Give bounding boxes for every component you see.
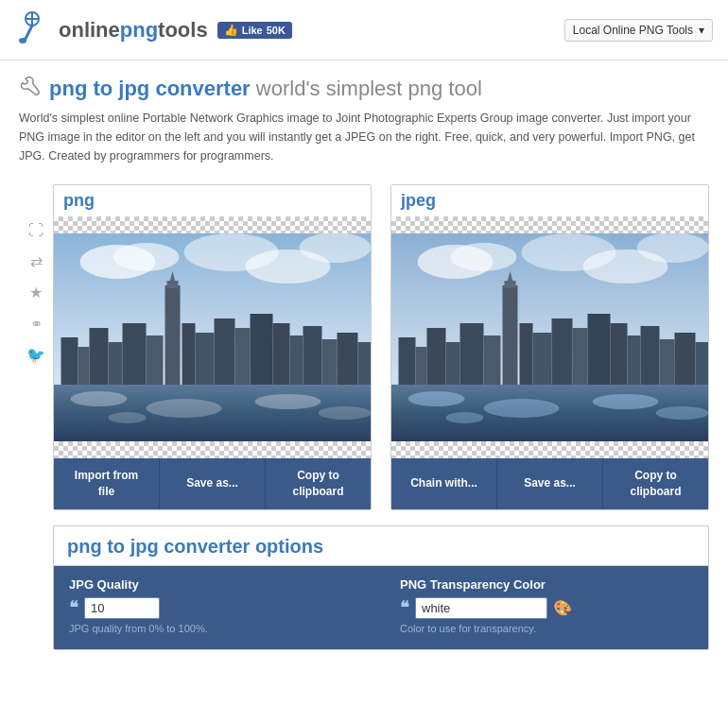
like-label: Like — [242, 25, 263, 36]
svg-rect-52 — [520, 323, 533, 385]
import-file-button[interactable]: Import fromfile — [54, 458, 160, 509]
hero-section: png to jpg converter world's simplest pn… — [0, 60, 728, 175]
chain-with-button[interactable]: Chain with... — [391, 458, 497, 509]
svg-point-64 — [408, 391, 465, 406]
svg-line-3 — [25, 26, 32, 41]
png-transparency-input-row: ❝ 🎨 — [400, 597, 693, 619]
fullscreen-icon[interactable]: ⛶ — [28, 222, 43, 239]
svg-rect-29 — [338, 333, 358, 385]
options-body: JPG Quality ❝ JPG quality from 0% to 100… — [54, 566, 708, 649]
svg-rect-49 — [503, 285, 518, 385]
svg-rect-20 — [182, 323, 196, 385]
svg-rect-56 — [588, 314, 611, 385]
png-panel-title: png — [54, 185, 371, 216]
svg-rect-21 — [196, 333, 215, 385]
svg-point-34 — [255, 394, 321, 409]
svg-point-39 — [451, 243, 517, 271]
svg-rect-60 — [660, 339, 675, 385]
nav-dropdown[interactable]: Local Online PNG Tools ▾ — [564, 19, 713, 42]
jpg-quality-input[interactable] — [84, 597, 160, 619]
svg-rect-23 — [235, 328, 251, 385]
svg-rect-43 — [399, 337, 416, 385]
logo-text: onlinepngtools — [59, 18, 208, 43]
svg-rect-47 — [460, 323, 484, 385]
svg-point-4 — [19, 38, 26, 43]
svg-point-35 — [319, 406, 372, 420]
twitter-icon[interactable]: 🐦 — [26, 346, 45, 364]
svg-point-32 — [71, 391, 128, 406]
svg-rect-45 — [427, 328, 446, 385]
jpg-quality-label: JPG Quality — [69, 577, 362, 592]
like-count: 50K — [267, 25, 286, 36]
logo-area: onlinepngtools 👍 Like 50K — [15, 9, 292, 50]
svg-rect-24 — [251, 314, 273, 385]
checker-bottom-jpeg — [391, 441, 708, 458]
svg-rect-22 — [215, 318, 235, 385]
jpg-quality-hint: JPG quality from 0% to 100%. — [69, 623, 362, 634]
star-icon[interactable]: ★ — [29, 284, 43, 301]
jpeg-panel-buttons: Chain with... Save as... Copy toclipboar… — [391, 458, 708, 509]
svg-point-65 — [484, 399, 560, 418]
options-title: png to jpg converter options — [54, 526, 708, 566]
svg-rect-19 — [167, 281, 179, 288]
png-image-container — [54, 233, 371, 441]
jpg-quality-input-row: ❝ — [69, 597, 362, 619]
svg-rect-30 — [358, 342, 372, 385]
left-sidebar: ⛶ ⇄ ★ ⚭ 🐦 — [19, 184, 53, 510]
svg-rect-15 — [123, 323, 147, 385]
svg-point-66 — [593, 394, 659, 409]
png-transparency-hint: Color to use for transparency. — [400, 623, 693, 634]
svg-point-68 — [446, 412, 484, 423]
png-panel: png — [53, 184, 372, 510]
checker-top-png — [54, 216, 371, 233]
thumbs-up-icon: 👍 — [224, 24, 238, 37]
logo-icon — [15, 9, 49, 50]
svg-rect-27 — [303, 326, 322, 385]
fb-like-button[interactable]: 👍 Like 50K — [217, 22, 292, 39]
png-transparency-label: PNG Transparency Color — [400, 577, 693, 592]
jpg-quality-group: JPG Quality ❝ JPG quality from 0% to 100… — [69, 577, 362, 634]
jpeg-copy-clipboard-button[interactable]: Copy toclipboard — [603, 458, 708, 509]
palette-icon[interactable]: 🎨 — [553, 599, 572, 617]
svg-rect-61 — [675, 333, 696, 385]
png-transparency-input[interactable] — [415, 597, 547, 619]
svg-rect-58 — [628, 335, 641, 385]
svg-rect-54 — [552, 318, 573, 385]
svg-rect-11 — [61, 337, 78, 385]
svg-rect-62 — [696, 342, 709, 385]
chevron-down-icon: ▾ — [699, 24, 704, 37]
quote-icon-transparency: ❝ — [400, 597, 409, 618]
png-save-as-button[interactable]: Save as... — [160, 458, 266, 509]
png-transparency-group: PNG Transparency Color ❝ 🎨 Color to use … — [400, 577, 693, 634]
png-copy-clipboard-button[interactable]: Copy toclipboard — [266, 458, 371, 509]
svg-rect-59 — [641, 326, 660, 385]
jpeg-panel-title: jpeg — [391, 185, 708, 216]
svg-point-10 — [300, 233, 372, 263]
checker-bottom-png — [54, 441, 371, 458]
svg-point-7 — [113, 243, 180, 271]
jpeg-image-container — [391, 233, 708, 441]
jpeg-panel: jpeg — [390, 184, 709, 510]
svg-point-33 — [147, 399, 222, 418]
svg-rect-44 — [416, 347, 427, 385]
svg-rect-46 — [446, 342, 460, 385]
svg-rect-48 — [484, 335, 501, 385]
svg-rect-57 — [611, 323, 628, 385]
jpeg-save-as-button[interactable]: Save as... — [497, 458, 603, 509]
hero-description: World's simplest online Portable Network… — [19, 109, 709, 165]
svg-rect-26 — [290, 335, 303, 385]
svg-point-42 — [637, 233, 709, 263]
options-section: png to jpg converter options JPG Quality… — [53, 525, 709, 650]
swap-icon[interactable]: ⇄ — [30, 252, 43, 270]
hero-title: png to jpg converter world's simplest pn… — [19, 76, 709, 101]
checker-top-jpeg — [391, 216, 708, 233]
link-icon[interactable]: ⚭ — [30, 315, 43, 333]
wrench-icon — [19, 76, 40, 101]
svg-rect-14 — [109, 342, 123, 385]
png-panel-buttons: Import fromfile Save as... Copy toclipbo… — [54, 458, 371, 509]
nav-label: Local Online PNG Tools — [573, 24, 693, 37]
svg-point-36 — [109, 412, 147, 423]
svg-rect-17 — [165, 285, 181, 385]
svg-point-67 — [656, 406, 709, 420]
panel-gap — [372, 184, 390, 510]
